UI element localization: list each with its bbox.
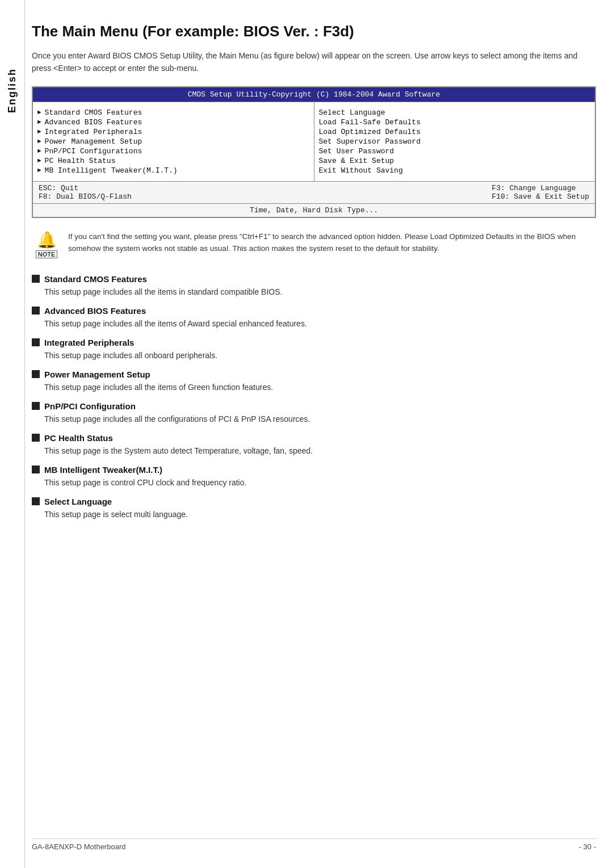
section-title-6: PC Health Status: [44, 433, 113, 443]
bios-left-item-4: Power Management Setup: [45, 137, 142, 146]
section-bullet-8: [32, 497, 40, 505]
bios-screenshot: CMOS Setup Utility-Copyright (C) 1984-20…: [32, 86, 596, 218]
section-header-8: Select Language: [32, 497, 596, 506]
section-header-2: Advanced BIOS Features: [32, 306, 596, 316]
section-header-1: Standard CMOS Features: [32, 274, 596, 284]
section-header-6: PC Health Status: [32, 433, 596, 443]
bios-menu-item: ► PC Health Status: [37, 156, 309, 166]
section-title-8: Select Language: [44, 497, 112, 506]
bios-esc-quit: ESC: Quit: [39, 184, 132, 192]
bios-right-item-4: Set Supervisor Password: [319, 137, 591, 146]
arrow-icon: ►: [37, 167, 41, 174]
bios-menu-item: ► Power Management Setup: [37, 137, 309, 146]
bios-menu-item: ► Standard CMOS Features: [37, 108, 309, 118]
bios-menu-item: ► Advanced BIOS Features: [37, 118, 309, 127]
section-title-3: Integrated Peripherals: [44, 338, 134, 347]
bios-menu-item: ► PnP/PCI Configurations: [37, 146, 309, 156]
footer-right: - 30 -: [579, 842, 596, 851]
section-desc-3: This setup page includes all onboard per…: [44, 350, 596, 362]
note-label: NOTE: [36, 250, 58, 258]
section-desc-1: This setup page includes all the items i…: [44, 286, 596, 298]
arrow-icon: ►: [37, 157, 41, 164]
arrow-icon: ►: [37, 128, 41, 135]
section-desc-6: This setup page is the System auto detec…: [44, 445, 596, 457]
section-title-4: Power Management Setup: [44, 370, 150, 379]
section-title-5: PnP/PCI Configuration: [44, 401, 136, 411]
bios-left-item-7: MB Intelligent Tweaker(M.I.T.): [45, 166, 178, 175]
section-4: Power Management Setup This setup page i…: [32, 370, 596, 393]
section-header-3: Integrated Peripherals: [32, 338, 596, 347]
arrow-icon: ►: [37, 138, 41, 145]
arrow-icon: ►: [37, 109, 41, 116]
section-bullet-7: [32, 466, 40, 473]
page-title: The Main Menu (For example: BIOS Ver. : …: [32, 23, 596, 40]
bios-f3: F3: Change Language: [492, 184, 589, 192]
bios-menu-item: ► MB Intelligent Tweaker(M.I.T.): [37, 166, 309, 175]
section-desc-2: This setup page includes all the items o…: [44, 318, 596, 330]
section-desc-4: This setup page includes all the items o…: [44, 381, 596, 393]
bios-footer-right: F3: Change Language F10: Save & Exit Set…: [492, 184, 589, 201]
section-bullet-1: [32, 275, 40, 283]
section-bullet-4: [32, 370, 40, 378]
bios-right-item-5: Set User Password: [319, 146, 591, 156]
bios-content: ► Standard CMOS Features ► Advanced BIOS…: [33, 102, 595, 181]
section-2: Advanced BIOS Features This setup page i…: [32, 306, 596, 330]
bios-footer: ESC: Quit F8: Dual BIOS/Q-Flash F3: Chan…: [33, 181, 595, 203]
section-desc-7: This setup page is control CPU clock and…: [44, 477, 596, 489]
section-desc-8: This setup page is select multi language…: [44, 509, 596, 521]
section-8: Select Language This setup page is selec…: [32, 497, 596, 521]
section-7: MB Intelligent Tweaker(M.I.T.) This setu…: [32, 465, 596, 489]
section-1: Standard CMOS Features This setup page i…: [32, 274, 596, 298]
section-bullet-6: [32, 434, 40, 442]
section-bullet-5: [32, 402, 40, 410]
section-6: PC Health Status This setup page is the …: [32, 433, 596, 457]
section-5: PnP/PCI Configuration This setup page in…: [32, 401, 596, 425]
bios-left-item-3: Integrated Peripherals: [45, 128, 142, 136]
footer-left: GA-8AENXP-D Motherboard: [32, 842, 125, 851]
bios-f8: F8: Dual BIOS/Q-Flash: [39, 192, 132, 201]
bios-right-item-7: Exit Without Saving: [319, 166, 591, 175]
note-symbol-icon: 🔔: [37, 230, 57, 249]
section-3: Integrated Peripherals This setup page i…: [32, 338, 596, 362]
note-icon-area: 🔔 NOTE: [32, 230, 61, 258]
bios-left-menu: ► Standard CMOS Features ► Advanced BIOS…: [33, 102, 314, 181]
sections-container: Standard CMOS Features This setup page i…: [32, 274, 596, 521]
arrow-icon: ►: [37, 148, 41, 154]
sidebar: English: [0, 0, 25, 868]
section-bullet-3: [32, 338, 40, 346]
sidebar-label: English: [6, 68, 18, 113]
main-content: The Main Menu (For example: BIOS Ver. : …: [32, 0, 596, 563]
note-text: If you can't find the setting you want, …: [68, 230, 596, 255]
section-bullet-2: [32, 307, 40, 315]
bios-menu-item: ► Integrated Peripherals: [37, 127, 309, 137]
bios-left-item-1: Standard CMOS Features: [45, 108, 142, 117]
arrow-icon: ►: [37, 119, 41, 125]
section-header-4: Power Management Setup: [32, 370, 596, 379]
bios-bottom-bar: Time, Date, Hard Disk Type...: [33, 203, 595, 217]
intro-text: Once you enter Award BIOS CMOS Setup Uti…: [32, 49, 596, 75]
section-title-7: MB Intelligent Tweaker(M.I.T.): [44, 465, 162, 475]
page-footer: GA-8AENXP-D Motherboard - 30 -: [32, 838, 596, 851]
bios-right-menu: Select Language Load Fail-Safe Defaults …: [314, 102, 595, 181]
bios-right-item-6: Save & Exit Setup: [319, 156, 591, 166]
note-box: 🔔 NOTE If you can't find the setting you…: [32, 230, 596, 258]
section-title-1: Standard CMOS Features: [44, 274, 147, 284]
bios-right-item-3: Load Optimized Defaults: [319, 127, 591, 137]
bios-left-item-2: Advanced BIOS Features: [45, 118, 142, 127]
bios-footer-left: ESC: Quit F8: Dual BIOS/Q-Flash: [39, 184, 132, 201]
bios-left-item-5: PnP/PCI Configurations: [45, 147, 142, 156]
bios-title-bar: CMOS Setup Utility-Copyright (C) 1984-20…: [33, 87, 595, 102]
bios-f10: F10: Save & Exit Setup: [492, 192, 589, 201]
bios-right-item-2: Load Fail-Safe Defaults: [319, 118, 591, 127]
bios-right-item-1: Select Language: [319, 108, 591, 118]
section-desc-5: This setup page includes all the configu…: [44, 413, 596, 425]
section-header-7: MB Intelligent Tweaker(M.I.T.): [32, 465, 596, 475]
section-title-2: Advanced BIOS Features: [44, 306, 146, 316]
section-header-5: PnP/PCI Configuration: [32, 401, 596, 411]
bios-left-item-6: PC Health Status: [45, 157, 116, 165]
